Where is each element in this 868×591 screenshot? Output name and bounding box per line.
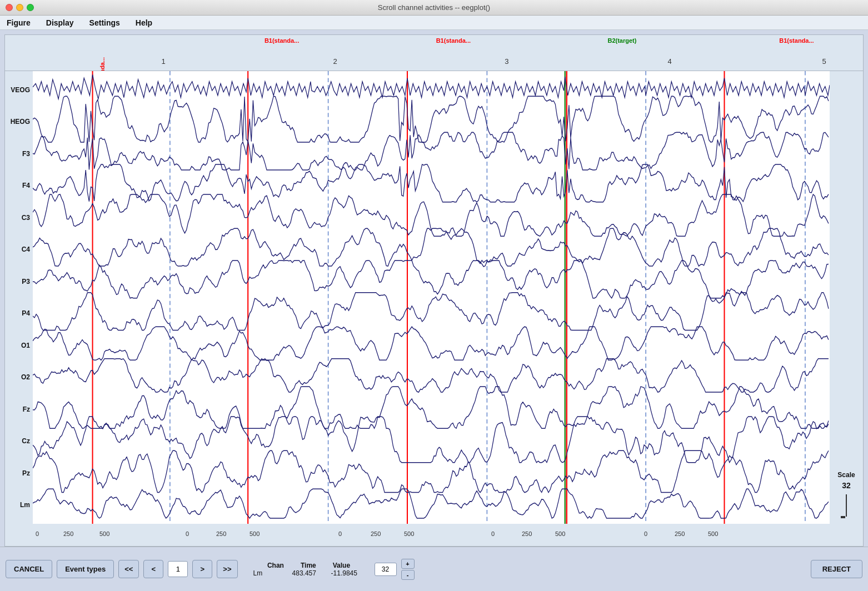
value-header: Value xyxy=(333,562,350,569)
svg-text:250: 250 xyxy=(63,530,73,537)
plot-area: VEOG HEOG F3 F4 C3 C4 P3 P4 O1 O2 Fz Cz … xyxy=(5,71,863,524)
annotation-svg: B1(standa... B1(standa... B1(standa... B… xyxy=(33,35,868,71)
minimize-button[interactable] xyxy=(16,4,23,11)
maximize-button[interactable] xyxy=(27,4,34,11)
bottom-toolbar: CANCEL Event types << < 1 > >> Chan Time… xyxy=(0,547,868,591)
svg-text:0: 0 xyxy=(36,530,39,537)
chan-value: Lm xyxy=(253,569,287,577)
close-button[interactable] xyxy=(6,4,13,11)
info-section: Chan Time Value Lm 483.457 -11.9845 xyxy=(253,562,365,577)
next-button[interactable]: > xyxy=(192,560,212,578)
window-title: Scroll channel activities -- eegplot() xyxy=(378,3,490,12)
svg-text:250: 250 xyxy=(371,530,381,537)
page-input[interactable]: 1 xyxy=(168,561,188,577)
channel-label-c4: C4 xyxy=(5,246,33,253)
channel-label-lm: Lm xyxy=(5,501,33,509)
svg-text:B1(standa...: B1(standa... xyxy=(99,57,106,71)
channel-label-cz: Cz xyxy=(5,437,33,445)
svg-text:500: 500 xyxy=(99,530,109,537)
scale-tick-bottom-container xyxy=(841,517,852,518)
scale-label: Scale xyxy=(837,471,855,479)
time-axis-svg: 0 250 500 0 250 500 0 250 500 0 250 500 … xyxy=(33,526,863,548)
main-content: B1(standa... B1(standa... B1(standa... B… xyxy=(0,30,868,547)
svg-text:250: 250 xyxy=(522,530,532,537)
titlebar: Scroll channel activities -- eegplot() xyxy=(0,0,868,16)
svg-text:0: 0 xyxy=(644,530,647,537)
channel-label-fz: Fz xyxy=(5,405,33,413)
svg-text:4: 4 xyxy=(668,57,672,66)
svg-text:0: 0 xyxy=(491,530,495,537)
channel-label-f4: F4 xyxy=(5,182,33,189)
value-value: -11.9845 xyxy=(331,569,365,577)
time-value: 483.457 xyxy=(292,569,326,577)
next-next-button[interactable]: >> xyxy=(217,560,237,578)
chan-header: Chan xyxy=(267,562,284,569)
scale-input[interactable]: 32 xyxy=(375,563,397,576)
cancel-button[interactable]: CANCEL xyxy=(6,560,52,578)
menubar: Figure Display Settings Help xyxy=(0,16,868,30)
scale-plus-button[interactable]: + xyxy=(401,559,415,569)
svg-text:B1(standa...: B1(standa... xyxy=(436,37,471,44)
menu-settings[interactable]: Settings xyxy=(87,17,122,28)
svg-text:500: 500 xyxy=(250,530,260,537)
scale-buttons: + - xyxy=(401,559,415,580)
menu-display[interactable]: Display xyxy=(44,17,76,28)
menu-help[interactable]: Help xyxy=(133,17,154,28)
scale-area: Scale 32 xyxy=(830,71,863,524)
window-controls xyxy=(6,4,34,11)
eeg-waveform-plot[interactable] xyxy=(33,71,830,524)
svg-text:250: 250 xyxy=(675,530,685,537)
scale-tick-bottom xyxy=(841,517,845,518)
channel-labels: VEOG HEOG F3 F4 C3 C4 P3 P4 O1 O2 Fz Cz … xyxy=(5,71,33,524)
info-values: Lm 483.457 -11.9845 xyxy=(253,569,365,577)
channel-label-c3: C3 xyxy=(5,214,33,222)
prev-button[interactable]: < xyxy=(143,560,163,578)
svg-text:B2(target): B2(target) xyxy=(607,37,636,44)
prev-prev-button[interactable]: << xyxy=(118,560,139,578)
svg-text:5: 5 xyxy=(822,57,826,66)
svg-text:500: 500 xyxy=(708,530,718,537)
svg-text:B1(standa...: B1(standa... xyxy=(779,37,814,44)
channel-label-p3: P3 xyxy=(5,278,33,286)
eeg-svg xyxy=(33,71,830,524)
channel-label-pz: Pz xyxy=(5,469,33,477)
annotation-area: B1(standa... B1(standa... B1(standa... B… xyxy=(5,35,863,71)
channel-label-p4: P4 xyxy=(5,309,33,317)
time-axis: 0 250 500 0 250 500 0 250 500 0 250 500 … xyxy=(5,524,863,546)
time-header: Time xyxy=(301,562,316,569)
channel-label-o1: O1 xyxy=(5,342,33,349)
channel-label-f3: F3 xyxy=(5,150,33,158)
svg-text:2: 2 xyxy=(333,57,337,66)
scale-bar xyxy=(846,494,847,517)
scale-value-display: 32 xyxy=(842,481,851,490)
svg-text:0: 0 xyxy=(338,530,342,537)
reject-button[interactable]: REJECT xyxy=(811,560,862,578)
svg-text:250: 250 xyxy=(216,530,226,537)
svg-text:B1(standa...: B1(standa... xyxy=(265,37,299,44)
scale-minus-button[interactable]: - xyxy=(401,570,415,580)
svg-text:0: 0 xyxy=(186,530,189,537)
info-headers: Chan Time Value xyxy=(267,562,350,569)
event-types-button[interactable]: Event types xyxy=(57,560,114,578)
channel-label-heog: HEOG xyxy=(5,118,33,126)
svg-text:500: 500 xyxy=(555,530,565,537)
svg-text:1: 1 xyxy=(162,57,166,66)
eeg-container: B1(standa... B1(standa... B1(standa... B… xyxy=(4,34,864,547)
menu-figure[interactable]: Figure xyxy=(4,17,33,28)
channel-label-veog: VEOG xyxy=(5,86,33,94)
svg-text:500: 500 xyxy=(404,530,414,537)
scale-indicator xyxy=(841,494,852,518)
channel-label-o2: O2 xyxy=(5,373,33,381)
svg-text:3: 3 xyxy=(505,57,508,66)
